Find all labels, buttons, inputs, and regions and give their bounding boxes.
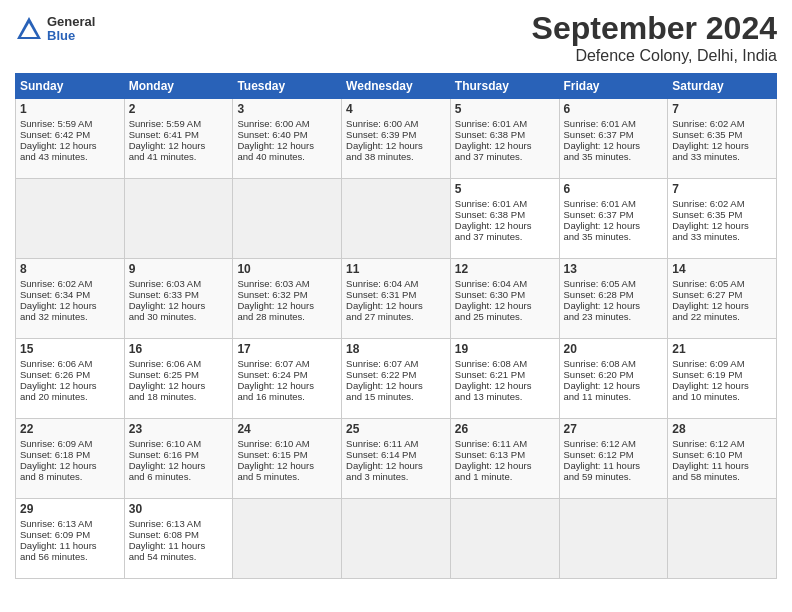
day-number: 12 [455, 262, 555, 276]
day-number: 1 [20, 102, 120, 116]
calendar-cell: 11Sunrise: 6:04 AMSunset: 6:31 PMDayligh… [342, 259, 451, 339]
logo-icon [15, 15, 43, 43]
day-number: 18 [346, 342, 446, 356]
calendar-week-4: 22Sunrise: 6:09 AMSunset: 6:18 PMDayligh… [16, 419, 777, 499]
calendar-cell: 29Sunrise: 6:13 AMSunset: 6:09 PMDayligh… [16, 499, 125, 579]
day-number: 11 [346, 262, 446, 276]
calendar-week-2: 8Sunrise: 6:02 AMSunset: 6:34 PMDaylight… [16, 259, 777, 339]
day-number: 3 [237, 102, 337, 116]
logo-general: General [47, 15, 95, 29]
calendar-cell: 22Sunrise: 6:09 AMSunset: 6:18 PMDayligh… [16, 419, 125, 499]
header: General Blue September 2024 Defence Colo… [15, 10, 777, 65]
calendar-cell: 21Sunrise: 6:09 AMSunset: 6:19 PMDayligh… [668, 339, 777, 419]
calendar-week-0: 1Sunrise: 5:59 AMSunset: 6:42 PMDaylight… [16, 99, 777, 179]
day-number: 9 [129, 262, 229, 276]
day-number: 21 [672, 342, 772, 356]
calendar-cell: 27Sunrise: 6:12 AMSunset: 6:12 PMDayligh… [559, 419, 668, 499]
day-number: 13 [564, 262, 664, 276]
day-number: 2 [129, 102, 229, 116]
calendar-week-3: 15Sunrise: 6:06 AMSunset: 6:26 PMDayligh… [16, 339, 777, 419]
header-row: Sunday Monday Tuesday Wednesday Thursday… [16, 74, 777, 99]
day-number: 6 [564, 102, 664, 116]
calendar-cell: 9Sunrise: 6:03 AMSunset: 6:33 PMDaylight… [124, 259, 233, 339]
title-area: September 2024 Defence Colony, Delhi, In… [532, 10, 777, 65]
page-container: General Blue September 2024 Defence Colo… [0, 0, 792, 589]
calendar-cell: 24Sunrise: 6:10 AMSunset: 6:15 PMDayligh… [233, 419, 342, 499]
calendar-cell: 8Sunrise: 6:02 AMSunset: 6:34 PMDaylight… [16, 259, 125, 339]
calendar-cell: 5Sunrise: 6:01 AMSunset: 6:38 PMDaylight… [450, 179, 559, 259]
day-number: 6 [564, 182, 664, 196]
calendar-cell: 15Sunrise: 6:06 AMSunset: 6:26 PMDayligh… [16, 339, 125, 419]
logo-blue: Blue [47, 29, 95, 43]
col-thursday: Thursday [450, 74, 559, 99]
calendar-cell: 6Sunrise: 6:01 AMSunset: 6:37 PMDaylight… [559, 179, 668, 259]
calendar-cell: 7Sunrise: 6:02 AMSunset: 6:35 PMDaylight… [668, 99, 777, 179]
day-number: 14 [672, 262, 772, 276]
day-number: 17 [237, 342, 337, 356]
calendar-cell: 7Sunrise: 6:02 AMSunset: 6:35 PMDaylight… [668, 179, 777, 259]
day-number: 5 [455, 182, 555, 196]
col-friday: Friday [559, 74, 668, 99]
calendar-cell: 19Sunrise: 6:08 AMSunset: 6:21 PMDayligh… [450, 339, 559, 419]
calendar-cell: 30Sunrise: 6:13 AMSunset: 6:08 PMDayligh… [124, 499, 233, 579]
day-number: 26 [455, 422, 555, 436]
col-wednesday: Wednesday [342, 74, 451, 99]
col-sunday: Sunday [16, 74, 125, 99]
day-number: 23 [129, 422, 229, 436]
day-number: 28 [672, 422, 772, 436]
calendar-cell [342, 499, 451, 579]
day-number: 29 [20, 502, 120, 516]
calendar-cell: 1Sunrise: 5:59 AMSunset: 6:42 PMDaylight… [16, 99, 125, 179]
col-saturday: Saturday [668, 74, 777, 99]
day-number: 30 [129, 502, 229, 516]
calendar-cell: 13Sunrise: 6:05 AMSunset: 6:28 PMDayligh… [559, 259, 668, 339]
calendar-cell [16, 179, 125, 259]
day-number: 5 [455, 102, 555, 116]
calendar-cell: 25Sunrise: 6:11 AMSunset: 6:14 PMDayligh… [342, 419, 451, 499]
calendar-cell: 2Sunrise: 5:59 AMSunset: 6:41 PMDaylight… [124, 99, 233, 179]
calendar-cell: 17Sunrise: 6:07 AMSunset: 6:24 PMDayligh… [233, 339, 342, 419]
calendar-table: Sunday Monday Tuesday Wednesday Thursday… [15, 73, 777, 579]
month-title: September 2024 [532, 10, 777, 47]
calendar-cell: 23Sunrise: 6:10 AMSunset: 6:16 PMDayligh… [124, 419, 233, 499]
calendar-cell [124, 179, 233, 259]
day-number: 7 [672, 182, 772, 196]
col-tuesday: Tuesday [233, 74, 342, 99]
calendar-cell: 20Sunrise: 6:08 AMSunset: 6:20 PMDayligh… [559, 339, 668, 419]
calendar-cell [668, 499, 777, 579]
calendar-cell: 14Sunrise: 6:05 AMSunset: 6:27 PMDayligh… [668, 259, 777, 339]
day-number: 24 [237, 422, 337, 436]
day-number: 19 [455, 342, 555, 356]
calendar-cell: 5Sunrise: 6:01 AMSunset: 6:38 PMDaylight… [450, 99, 559, 179]
calendar-cell: 28Sunrise: 6:12 AMSunset: 6:10 PMDayligh… [668, 419, 777, 499]
calendar-cell [342, 179, 451, 259]
calendar-cell [559, 499, 668, 579]
calendar-week-5: 29Sunrise: 6:13 AMSunset: 6:09 PMDayligh… [16, 499, 777, 579]
logo: General Blue [15, 15, 95, 44]
day-number: 7 [672, 102, 772, 116]
calendar-cell: 16Sunrise: 6:06 AMSunset: 6:25 PMDayligh… [124, 339, 233, 419]
calendar-cell: 6Sunrise: 6:01 AMSunset: 6:37 PMDaylight… [559, 99, 668, 179]
day-number: 15 [20, 342, 120, 356]
day-number: 27 [564, 422, 664, 436]
day-number: 4 [346, 102, 446, 116]
day-number: 16 [129, 342, 229, 356]
day-number: 22 [20, 422, 120, 436]
day-number: 25 [346, 422, 446, 436]
logo-text: General Blue [47, 15, 95, 44]
calendar-cell: 4Sunrise: 6:00 AMSunset: 6:39 PMDaylight… [342, 99, 451, 179]
day-number: 8 [20, 262, 120, 276]
calendar-cell [233, 499, 342, 579]
calendar-week-1: 5Sunrise: 6:01 AMSunset: 6:38 PMDaylight… [16, 179, 777, 259]
calendar-cell [450, 499, 559, 579]
calendar-cell: 12Sunrise: 6:04 AMSunset: 6:30 PMDayligh… [450, 259, 559, 339]
calendar-cell: 10Sunrise: 6:03 AMSunset: 6:32 PMDayligh… [233, 259, 342, 339]
day-number: 10 [237, 262, 337, 276]
calendar-cell: 26Sunrise: 6:11 AMSunset: 6:13 PMDayligh… [450, 419, 559, 499]
calendar-cell [233, 179, 342, 259]
col-monday: Monday [124, 74, 233, 99]
location-title: Defence Colony, Delhi, India [532, 47, 777, 65]
calendar-cell: 3Sunrise: 6:00 AMSunset: 6:40 PMDaylight… [233, 99, 342, 179]
day-number: 20 [564, 342, 664, 356]
calendar-cell: 18Sunrise: 6:07 AMSunset: 6:22 PMDayligh… [342, 339, 451, 419]
